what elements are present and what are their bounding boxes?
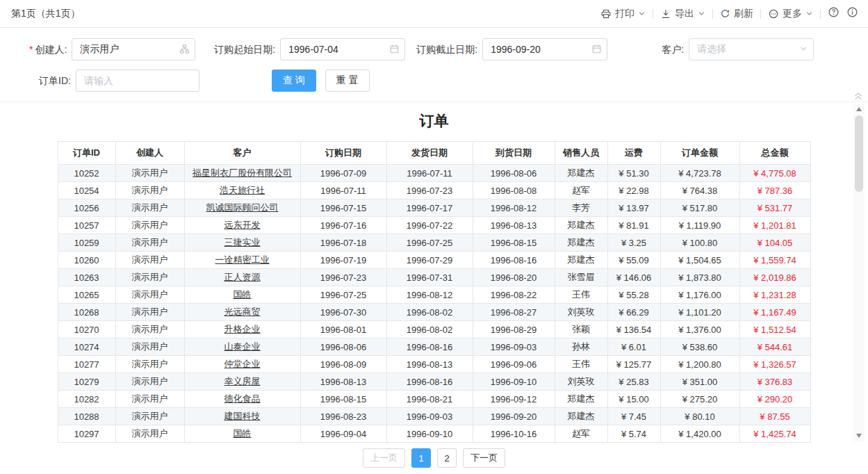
- table-cell: 1996-08-06: [473, 165, 555, 182]
- scrollbar-thumb[interactable]: [855, 115, 863, 192]
- table-cell: 凯诚国际顾问公司: [184, 199, 300, 217]
- customer-link[interactable]: 升格企业: [224, 324, 261, 334]
- table-cell: 赵军: [555, 182, 607, 199]
- report-title: 订单: [0, 102, 868, 141]
- table-cell: 10274: [58, 338, 115, 356]
- customer-link[interactable]: 光远商贸: [224, 307, 261, 317]
- table-cell: 1996-09-03: [386, 408, 473, 425]
- creator-input[interactable]: [72, 38, 195, 60]
- customer-link[interactable]: 幸义房屋: [224, 376, 261, 386]
- table-cell: ¥ 125.77: [607, 356, 660, 373]
- end-date-input[interactable]: [482, 38, 607, 60]
- table-cell: 1996-10-16: [473, 425, 555, 443]
- table-cell: 演示用户: [115, 269, 184, 286]
- more-label: 更多: [783, 8, 802, 20]
- page-button-2[interactable]: 2: [437, 448, 457, 468]
- table-cell: 升格企业: [184, 321, 300, 338]
- customer-link[interactable]: 山泰企业: [224, 341, 261, 352]
- column-header: 销售人员: [555, 142, 607, 165]
- next-page-button[interactable]: 下一页: [463, 448, 505, 468]
- refresh-label: 刷新: [734, 8, 753, 20]
- table-cell: 郑建杰: [555, 391, 607, 408]
- prev-page-button[interactable]: 上一页: [363, 448, 405, 468]
- table-cell: 10257: [58, 217, 115, 234]
- customer-link[interactable]: 国皓: [234, 428, 252, 439]
- customer-link[interactable]: 浩天旅行社: [220, 185, 265, 195]
- table-cell: 1996-09-10: [386, 425, 473, 443]
- customer-link[interactable]: 福星制衣厂股份有限公司: [193, 167, 292, 178]
- table-cell: ¥ 531.77: [739, 199, 810, 217]
- table-cell: 1996-08-15: [300, 391, 386, 408]
- page-button-1[interactable]: 1: [411, 448, 431, 468]
- order-id-input[interactable]: [76, 70, 199, 92]
- table-cell: ¥ 1,376.00: [660, 321, 739, 338]
- customer-link[interactable]: 一诠精密工业: [215, 254, 270, 265]
- export-button[interactable]: 导出: [660, 8, 705, 20]
- table-cell: 1996-07-19: [300, 252, 386, 269]
- table-cell: 1996-08-09: [300, 356, 386, 373]
- column-header: 总金额: [739, 142, 810, 165]
- refresh-icon: [720, 8, 730, 19]
- print-button[interactable]: 打印: [600, 8, 646, 20]
- toolbar-divider: [820, 9, 821, 19]
- table-cell: 10297: [58, 425, 115, 443]
- customer-link[interactable]: 仲堂企业: [224, 359, 261, 369]
- topbar: 第1页（共1页） 打印: [0, 0, 868, 28]
- table-cell: 1996-07-29: [386, 252, 473, 269]
- table-row: 10297演示用户国皓1996-09-041996-09-101996-10-1…: [58, 425, 810, 443]
- table-cell: ¥ 100.80: [660, 234, 739, 252]
- table-cell: ¥ 55.09: [607, 252, 660, 269]
- reset-button[interactable]: 重 置: [325, 70, 370, 92]
- table-cell: 10263: [58, 269, 115, 286]
- table-cell: ¥ 764.38: [660, 182, 739, 199]
- info-button[interactable]: [846, 6, 858, 21]
- table-cell: ¥ 6.01: [607, 338, 660, 356]
- table-cell: 演示用户: [115, 217, 184, 234]
- help-button[interactable]: [828, 6, 840, 21]
- customer-select[interactable]: 请选择: [689, 38, 814, 60]
- table-cell: ¥ 1,201.81: [739, 217, 810, 234]
- customer-link[interactable]: 正人资源: [224, 272, 261, 282]
- table-cell: ¥ 1,504.65: [660, 252, 739, 269]
- table-cell: 王伟: [555, 356, 607, 373]
- table-cell: ¥ 544.61: [739, 338, 810, 356]
- table-cell: 张雪眉: [555, 269, 607, 286]
- table-cell: ¥ 25.83: [607, 373, 660, 391]
- search-button[interactable]: 查 询: [272, 70, 316, 92]
- triangle-up-icon: [856, 107, 862, 111]
- customer-link[interactable]: 三捷实业: [224, 237, 261, 247]
- customer-link[interactable]: 国皓: [234, 289, 252, 300]
- vertical-scrollbar[interactable]: [853, 104, 865, 441]
- end-date-field[interactable]: [482, 38, 607, 60]
- more-button[interactable]: 更多: [768, 8, 813, 20]
- scrollbar-down-button[interactable]: [853, 430, 865, 441]
- table-cell: 孙林: [555, 338, 607, 356]
- table-row: 10260演示用户一诠精密工业1996-07-191996-07-291996-…: [58, 252, 810, 269]
- start-date-field[interactable]: [280, 38, 405, 60]
- table-cell: 三捷实业: [184, 234, 300, 252]
- refresh-button[interactable]: 刷新: [720, 8, 753, 20]
- table-cell: 演示用户: [115, 408, 184, 425]
- customer-link[interactable]: 凯诚国际顾问公司: [206, 202, 279, 213]
- table-cell: 1996-07-16: [300, 217, 386, 234]
- table-cell: ¥ 517.80: [660, 199, 739, 217]
- table-cell: 仲堂企业: [184, 356, 300, 373]
- table-cell: ¥ 1,119.90: [660, 217, 739, 234]
- more-icon: [768, 8, 779, 19]
- customer-link[interactable]: 远东开发: [224, 220, 261, 230]
- printer-icon: [600, 8, 612, 19]
- question-circle-icon: [828, 6, 840, 21]
- table-cell: 1996-09-04: [300, 425, 386, 443]
- table-cell: 1996-09-12: [473, 391, 555, 408]
- table-cell: 1996-08-15: [473, 234, 555, 252]
- table-cell: 1996-08-20: [473, 269, 555, 286]
- creator-field[interactable]: [72, 38, 195, 60]
- customer-link[interactable]: 德化食品: [224, 393, 261, 404]
- start-date-input[interactable]: [280, 38, 405, 60]
- table-row: 10263演示用户正人资源1996-07-231996-07-311996-08…: [58, 269, 810, 286]
- order-id-field[interactable]: [76, 70, 199, 92]
- table-cell: 演示用户: [115, 391, 184, 408]
- customer-link[interactable]: 建国科技: [224, 411, 261, 421]
- scrollbar-up-button[interactable]: [853, 104, 865, 115]
- table-cell: ¥ 5.74: [607, 425, 660, 443]
